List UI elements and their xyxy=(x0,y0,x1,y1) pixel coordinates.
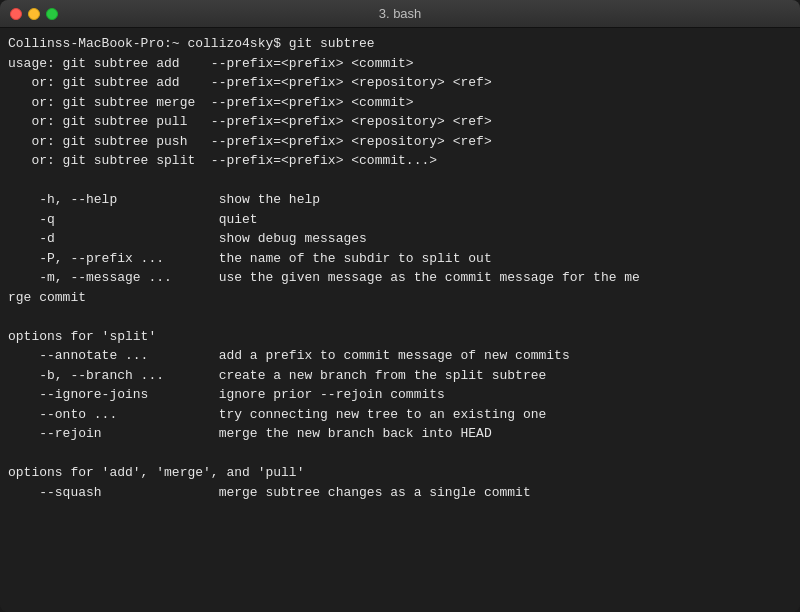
close-button[interactable] xyxy=(10,8,22,20)
maximize-button[interactable] xyxy=(46,8,58,20)
terminal-line: -P, --prefix ... the name of the subdir … xyxy=(8,249,792,269)
terminal-line: --squash merge subtree changes as a sing… xyxy=(8,483,792,503)
terminal-window: 3. bash Collinss-MacBook-Pro:~ collizo4s… xyxy=(0,0,800,612)
terminal-line: Collinss-MacBook-Pro:~ collizo4sky$ git … xyxy=(8,34,792,54)
terminal-line: or: git subtree push --prefix=<prefix> <… xyxy=(8,132,792,152)
terminal-line: options for 'add', 'merge', and 'pull' xyxy=(8,463,792,483)
terminal-line xyxy=(8,171,792,191)
terminal-line: or: git subtree add --prefix=<prefix> <r… xyxy=(8,73,792,93)
minimize-button[interactable] xyxy=(28,8,40,20)
terminal-line: usage: git subtree add --prefix=<prefix>… xyxy=(8,54,792,74)
terminal-line: --onto ... try connecting new tree to an… xyxy=(8,405,792,425)
window-controls[interactable] xyxy=(10,8,58,20)
terminal-line: --annotate ... add a prefix to commit me… xyxy=(8,346,792,366)
terminal-line xyxy=(8,307,792,327)
terminal-line: --rejoin merge the new branch back into … xyxy=(8,424,792,444)
terminal-line: --ignore-joins ignore prior --rejoin com… xyxy=(8,385,792,405)
terminal-line: or: git subtree split --prefix=<prefix> … xyxy=(8,151,792,171)
titlebar: 3. bash xyxy=(0,0,800,28)
terminal-output[interactable]: Collinss-MacBook-Pro:~ collizo4sky$ git … xyxy=(0,28,800,612)
terminal-line: or: git subtree pull --prefix=<prefix> <… xyxy=(8,112,792,132)
terminal-line: or: git subtree merge --prefix=<prefix> … xyxy=(8,93,792,113)
terminal-line: -h, --help show the help xyxy=(8,190,792,210)
terminal-line xyxy=(8,444,792,464)
terminal-line: -m, --message ... use the given message … xyxy=(8,268,792,288)
terminal-line: rge commit xyxy=(8,288,792,308)
terminal-line: -d show debug messages xyxy=(8,229,792,249)
terminal-line: options for 'split' xyxy=(8,327,792,347)
window-title: 3. bash xyxy=(379,6,422,21)
terminal-line: -b, --branch ... create a new branch fro… xyxy=(8,366,792,386)
terminal-line: -q quiet xyxy=(8,210,792,230)
